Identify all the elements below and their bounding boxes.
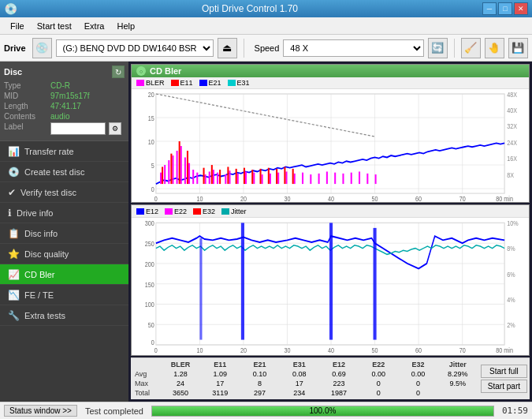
svg-text:100: 100 (145, 301, 154, 309)
legend-e12: E12 (136, 208, 158, 215)
svg-rect-45 (205, 174, 206, 184)
disc-label-input[interactable] (50, 122, 106, 135)
sidebar-item-label: Extra tests (24, 311, 65, 320)
sidebar-item-drive-info[interactable]: ℹ Drive info (0, 203, 128, 223)
menu-starttest[interactable]: Start test (31, 20, 78, 32)
sidebar-item-disc-quality[interactable]: ⭐ Disc quality (0, 244, 128, 264)
svg-text:200: 200 (145, 260, 154, 268)
drive-select[interactable]: (G:) BENQ DVD DD DW1640 BSRB (56, 39, 214, 57)
settings-button[interactable]: 🤚 (485, 38, 504, 58)
window-controls: ─ □ ✕ (482, 2, 528, 15)
svg-rect-66 (359, 171, 360, 184)
cd-bler-icon: 📈 (8, 269, 20, 280)
svg-rect-39 (177, 151, 178, 184)
legend-jitter-color (221, 208, 229, 215)
svg-rect-68 (375, 174, 377, 184)
sidebar-item-extra-tests[interactable]: 🔧 Extra tests (0, 305, 128, 326)
stats-max-e21: 8 (240, 379, 279, 388)
toolbar: Drive 💿 (G:) BENQ DVD DD DW1640 BSRB ⏏ S… (0, 35, 532, 62)
stats-total-e11: 3119 (200, 388, 240, 398)
minimize-button[interactable]: ─ (482, 2, 497, 15)
start-full-button[interactable]: Start full (481, 365, 527, 378)
svg-rect-80 (260, 169, 262, 184)
chart1-legend: BLER E11 E21 E31 (132, 77, 529, 89)
svg-text:70: 70 (459, 347, 466, 355)
eject-button[interactable]: ⏏ (218, 38, 237, 58)
legend-e31: E31 (228, 79, 250, 87)
menu-extra[interactable]: Extra (78, 20, 111, 32)
svg-text:10%: 10% (507, 220, 518, 228)
svg-rect-64 (342, 174, 344, 184)
sidebar-item-transfer-rate[interactable]: 📊 Transfer rate (0, 141, 128, 162)
svg-text:40: 40 (328, 347, 334, 355)
svg-rect-49 (225, 174, 226, 184)
svg-rect-40 (180, 146, 182, 184)
speed-select[interactable]: 48 X (283, 39, 424, 57)
verify-test-disc-icon: ✔ (8, 187, 16, 198)
svg-rect-55 (270, 174, 271, 184)
chart1-title: ○ CD Bler (132, 65, 529, 77)
transfer-rate-icon: 📊 (8, 146, 20, 157)
refresh-button[interactable]: 🔄 (428, 38, 448, 58)
drive-info-icon: ℹ (8, 208, 12, 219)
stats-avg-e22: 0.00 (359, 369, 398, 379)
close-button[interactable]: ✕ (514, 2, 528, 15)
status-text: Test completed (85, 406, 143, 416)
stats-header-e21: E21 (240, 360, 279, 369)
svg-rect-82 (276, 169, 277, 184)
stats-max-e11: 17 (200, 379, 240, 388)
start-part-button[interactable]: Start part (481, 380, 527, 393)
charts-area: ○ CD Bler BLER E11 E21 E31 (128, 62, 532, 402)
menubar: File Start test Extra Help (0, 17, 532, 35)
svg-text:8X: 8X (507, 171, 515, 179)
svg-text:6%: 6% (507, 271, 515, 279)
svg-rect-79 (251, 170, 253, 184)
disc-length-label: Length (4, 102, 47, 110)
svg-text:70: 70 (459, 195, 467, 203)
disc-quality-icon: ⭐ (8, 249, 20, 260)
disc-type-row: Type CD-R (4, 81, 125, 90)
svg-rect-123 (241, 223, 244, 340)
stats-header-e31: E31 (280, 360, 319, 369)
svg-rect-81 (268, 168, 270, 184)
svg-rect-76 (227, 166, 229, 184)
sidebar-item-disc-info[interactable]: 📋 Disc info (0, 223, 128, 244)
stats-total-label: Total (133, 388, 161, 398)
sidebar-item-fe-te[interactable]: 📉 FE / TE (0, 285, 128, 305)
disc-label-edit-button[interactable]: ⚙ (109, 122, 121, 135)
sidebar-item-label: CD Bler (24, 270, 55, 279)
time-display: 01:59 (502, 406, 528, 416)
svg-rect-37 (168, 160, 169, 184)
stats-max-e32: 0 (398, 379, 437, 388)
maximize-button[interactable]: □ (498, 2, 512, 15)
svg-text:40X: 40X (507, 107, 518, 115)
svg-rect-54 (262, 174, 263, 184)
sidebar-item-cd-bler[interactable]: 📈 CD Bler (0, 264, 128, 285)
stats-buttons: Start full Start part (481, 360, 527, 398)
disc-type-value: CD-R (50, 81, 70, 90)
svg-rect-59 (302, 173, 303, 184)
svg-text:0: 0 (151, 339, 154, 346)
statusbar: Status window >> Test completed 100.0% 0… (0, 402, 532, 419)
menu-help[interactable]: Help (110, 20, 141, 32)
menu-file[interactable]: File (4, 20, 31, 32)
sidebar-item-create-test-disc[interactable]: 💿 Create test disc (0, 162, 128, 182)
clean-button[interactable]: 🧹 (461, 38, 481, 58)
svg-text:50: 50 (372, 195, 379, 203)
svg-text:15: 15 (148, 114, 155, 122)
sidebar-item-verify-test-disc[interactable]: ✔ Verify test disc (0, 182, 128, 203)
svg-rect-38 (172, 155, 173, 184)
stats-avg-e12: 0.69 (319, 369, 359, 379)
svg-text:20: 20 (240, 195, 247, 203)
svg-rect-0 (156, 94, 504, 193)
legend-e21-color (199, 80, 207, 86)
stats-total-e32: 0 (398, 388, 437, 398)
disc-refresh-button[interactable]: ↻ (112, 65, 125, 78)
status-window-button[interactable]: Status window >> (4, 405, 77, 417)
svg-text:20: 20 (148, 91, 155, 99)
svg-text:60: 60 (415, 195, 422, 203)
legend-jitter: Jitter (221, 208, 247, 215)
save-button[interactable]: 💾 (508, 38, 528, 58)
svg-text:20: 20 (240, 347, 247, 355)
svg-rect-78 (244, 168, 245, 184)
